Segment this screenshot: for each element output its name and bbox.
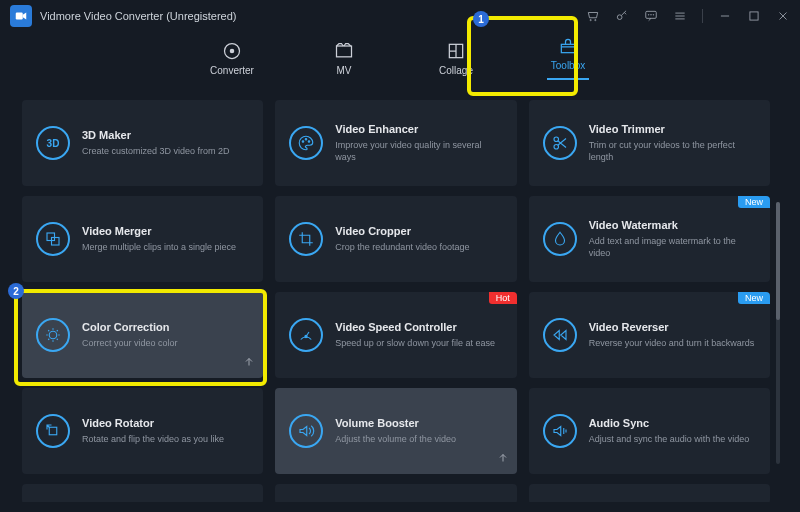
titlebar: Vidmore Video Converter (Unregistered) (0, 0, 800, 26)
tool-video-rotator[interactable]: Video RotatorRotate and flip the video a… (22, 388, 263, 474)
rotate-icon (36, 414, 70, 448)
svg-rect-21 (49, 427, 57, 435)
main-tabs: Converter MV Collage Toolbox (0, 28, 800, 88)
feedback-icon[interactable] (644, 9, 658, 23)
converter-icon (222, 41, 242, 61)
svg-rect-11 (561, 44, 574, 52)
tool-color-correction[interactable]: Color CorrectionCorrect your video color (22, 292, 263, 378)
svg-point-4 (651, 15, 652, 16)
tool-video-cropper[interactable]: Video CropperCrop the redundant video fo… (275, 196, 516, 282)
pin-icon[interactable] (497, 450, 509, 468)
tools-grid: 3D 3D MakerCreate customized 3D video fr… (22, 100, 770, 502)
svg-point-3 (648, 15, 649, 16)
tool-volume-booster[interactable]: Volume BoosterAdjust the volume of the v… (275, 388, 516, 474)
svg-point-8 (230, 49, 233, 52)
svg-point-5 (653, 15, 654, 16)
watermark-icon (543, 222, 577, 256)
tool-video-enhancer[interactable]: Video EnhancerImprove your video quality… (275, 100, 516, 186)
tab-mv[interactable]: MV (319, 41, 369, 76)
tool-video-trimmer[interactable]: Video TrimmerTrim or cut your videos to … (529, 100, 770, 186)
svg-point-19 (49, 331, 57, 339)
svg-point-20 (305, 335, 307, 337)
3d-icon: 3D (36, 126, 70, 160)
palette-icon (289, 126, 323, 160)
tool-video-speed[interactable]: Hot Video Speed ControllerSpeed up or sl… (275, 292, 516, 378)
crop-icon (289, 222, 323, 256)
tab-converter[interactable]: Converter (207, 41, 257, 76)
app-logo-icon (10, 5, 32, 27)
svg-point-12 (303, 141, 305, 143)
sync-icon (543, 414, 577, 448)
volume-icon (289, 414, 323, 448)
minimize-icon[interactable] (718, 9, 732, 23)
svg-rect-6 (750, 12, 758, 20)
divider (702, 9, 703, 23)
svg-rect-0 (16, 13, 23, 20)
svg-point-1 (617, 15, 622, 20)
tool-video-watermark[interactable]: New Video WatermarkAdd text and image wa… (529, 196, 770, 282)
tool-partial-row[interactable] (22, 484, 263, 502)
mv-icon (334, 41, 354, 61)
titlebar-actions (586, 9, 790, 23)
speed-icon (289, 318, 323, 352)
maximize-icon[interactable] (747, 9, 761, 23)
tool-3d-maker[interactable]: 3D 3D MakerCreate customized 3D video fr… (22, 100, 263, 186)
reverse-icon (543, 318, 577, 352)
tool-video-merger[interactable]: Video MergerMerge multiple clips into a … (22, 196, 263, 282)
key-icon[interactable] (615, 9, 629, 23)
svg-rect-9 (337, 46, 352, 57)
scrollbar[interactable] (776, 202, 780, 464)
cart-icon[interactable] (586, 9, 600, 23)
pin-icon[interactable] (243, 354, 255, 372)
tool-partial-row[interactable] (275, 484, 516, 502)
tab-toolbox[interactable]: Toolbox (543, 36, 593, 80)
new-badge: New (738, 292, 770, 304)
svg-point-14 (309, 141, 311, 143)
svg-rect-17 (47, 233, 55, 241)
toolbox-icon (558, 36, 578, 56)
tab-collage[interactable]: Collage (431, 41, 481, 76)
close-icon[interactable] (776, 9, 790, 23)
new-badge: New (738, 196, 770, 208)
app-title: Vidmore Video Converter (Unregistered) (40, 10, 236, 22)
merge-icon (36, 222, 70, 256)
color-icon (36, 318, 70, 352)
scissors-icon (543, 126, 577, 160)
scrollbar-thumb[interactable] (776, 202, 780, 320)
menu-icon[interactable] (673, 9, 687, 23)
svg-rect-18 (52, 238, 60, 246)
svg-point-13 (306, 139, 308, 141)
hot-badge: Hot (489, 292, 517, 304)
collage-icon (446, 41, 466, 61)
tool-partial-row[interactable] (529, 484, 770, 502)
tool-video-reverser[interactable]: New Video ReverserReverse your video and… (529, 292, 770, 378)
tool-audio-sync[interactable]: Audio SyncAdjust and sync the audio with… (529, 388, 770, 474)
